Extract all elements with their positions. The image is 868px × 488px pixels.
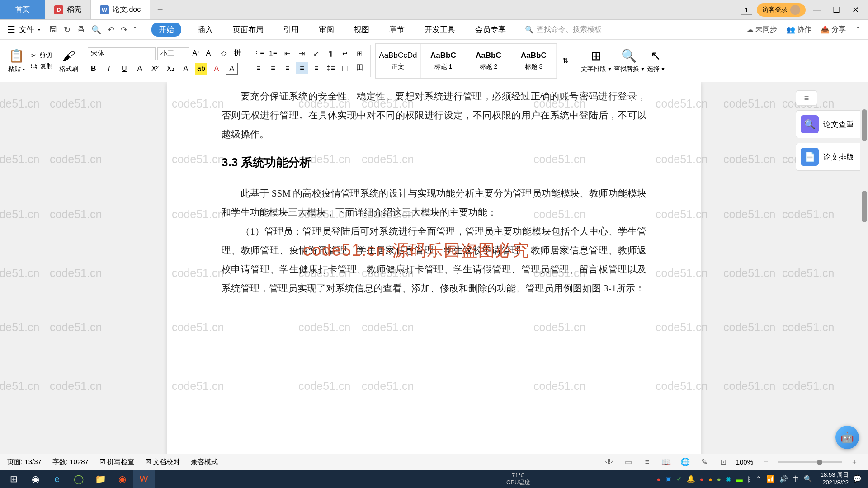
paste-button[interactable]: 📋 粘贴 ▾ bbox=[8, 48, 25, 73]
format-painter-button[interactable]: 🖌 格式刷 bbox=[59, 48, 78, 73]
tray-icon[interactable]: ● bbox=[700, 475, 704, 483]
align-center-button[interactable]: ≡ bbox=[267, 62, 279, 74]
menu-tab-reference[interactable]: 引用 bbox=[280, 23, 302, 37]
document-area[interactable]: 要充分保证系统的安全性、稳定性。要想对系统进行管理，必须经过正确的账号密码进行登… bbox=[0, 82, 868, 470]
vertical-scrollbar[interactable] bbox=[860, 82, 868, 470]
menu-tab-review[interactable]: 审阅 bbox=[315, 23, 338, 37]
zoom-out-button[interactable]: − bbox=[760, 456, 772, 469]
task-browser[interactable]: ◯ bbox=[68, 470, 90, 488]
mark-button[interactable]: ↵ bbox=[340, 48, 351, 60]
tray-action-center-icon[interactable]: 💬 bbox=[853, 475, 862, 483]
tray-icon[interactable]: ▬ bbox=[736, 475, 743, 483]
scroll-thumb[interactable] bbox=[862, 109, 867, 141]
phonetic-icon[interactable]: 拼 bbox=[231, 47, 243, 59]
copy-button[interactable]: ⿻复制 bbox=[31, 62, 53, 70]
paper-check-button[interactable]: 🔍 论文查重 bbox=[796, 110, 863, 138]
text-layout-button[interactable]: ⊞文字排版 ▾ bbox=[581, 48, 611, 73]
assistant-float-button[interactable]: 🤖 bbox=[835, 426, 859, 449]
page-counter[interactable]: 页面: 13/37 bbox=[7, 458, 42, 466]
highlight-button[interactable]: ab bbox=[195, 63, 207, 75]
tray-wifi-icon[interactable]: 📶 bbox=[766, 475, 775, 483]
coop-button[interactable]: 👥协作 bbox=[786, 25, 811, 34]
preview-icon[interactable]: 🔍 bbox=[91, 25, 101, 35]
undo-icon[interactable]: ↶ bbox=[108, 25, 114, 35]
tab-home[interactable]: 首页 bbox=[0, 0, 45, 19]
task-app[interactable]: ◉ bbox=[111, 470, 133, 488]
sort-button[interactable]: ⤢ bbox=[311, 48, 322, 60]
menu-tab-member[interactable]: 会员专享 bbox=[472, 23, 509, 37]
tray-icon[interactable]: ● bbox=[657, 475, 661, 483]
text-effect-button[interactable]: A bbox=[180, 63, 192, 75]
view-web-icon[interactable]: 🌐 bbox=[679, 456, 692, 469]
tab-char-button[interactable]: ¶ bbox=[325, 48, 337, 60]
select-button[interactable]: ↖选择 ▾ bbox=[647, 48, 665, 73]
tray-chevron-icon[interactable]: ⌃ bbox=[756, 475, 762, 483]
clear-button[interactable]: ⊞ bbox=[354, 48, 366, 60]
shading-button[interactable]: ◫ bbox=[340, 62, 351, 74]
underline-button[interactable]: U bbox=[118, 63, 130, 75]
print-icon[interactable]: ↻ bbox=[64, 25, 71, 35]
doccheck-toggle[interactable]: ☒ 文档校对 bbox=[145, 458, 180, 466]
line-spacing-button[interactable]: ‡≡ bbox=[325, 62, 337, 74]
paper-layout-button[interactable]: 📄 论文排版 bbox=[796, 143, 863, 171]
strikethrough-button[interactable]: A bbox=[134, 63, 146, 75]
redo-icon[interactable]: ↷ bbox=[121, 25, 127, 35]
eye-icon[interactable]: 👁 bbox=[603, 456, 616, 469]
tray-icon[interactable]: ▣ bbox=[665, 475, 672, 483]
maximize-button[interactable]: ☐ bbox=[829, 3, 844, 17]
task-wps[interactable]: W bbox=[133, 470, 155, 488]
superscript-button[interactable]: X² bbox=[149, 63, 161, 75]
save-icon[interactable]: 🖫 bbox=[49, 25, 57, 35]
view-outline-icon[interactable]: ≡ bbox=[641, 456, 654, 469]
tray-icon[interactable]: ◉ bbox=[726, 475, 731, 483]
font-size-select[interactable] bbox=[157, 47, 189, 60]
style-heading1[interactable]: AaBbC标题 1 bbox=[421, 44, 466, 78]
align-justify-button[interactable]: ≡ bbox=[296, 62, 308, 74]
tray-bluetooth-icon[interactable]: ᛒ bbox=[747, 475, 751, 483]
tab-add-button[interactable]: + bbox=[150, 0, 170, 19]
task-obs[interactable]: ◉ bbox=[24, 470, 46, 488]
bullet-list-button[interactable]: ⋮≡ bbox=[253, 48, 264, 60]
number-list-button[interactable]: 1≡ bbox=[267, 48, 279, 60]
style-heading3[interactable]: AaBbC标题 3 bbox=[511, 44, 557, 78]
cpu-widget[interactable]: 71℃ CPU温度 bbox=[506, 472, 530, 487]
command-search[interactable]: 🔍 查找命令、搜索模板 bbox=[525, 25, 602, 34]
task-explorer[interactable]: 📁 bbox=[90, 470, 111, 488]
style-more-button[interactable]: ⇅ bbox=[560, 55, 571, 67]
zoom-handle[interactable] bbox=[817, 460, 822, 465]
subscript-button[interactable]: X₂ bbox=[165, 63, 176, 75]
view-read-icon[interactable]: 📖 bbox=[660, 456, 673, 469]
print2-icon[interactable]: 🖶 bbox=[77, 25, 85, 35]
decrease-font-icon[interactable]: A⁻ bbox=[204, 47, 216, 59]
view-page-icon[interactable]: ▭ bbox=[622, 456, 635, 469]
quick-dropdown[interactable]: ▾ bbox=[134, 25, 136, 35]
tray-icon[interactable]: ● bbox=[717, 475, 721, 483]
close-button[interactable]: ✕ bbox=[848, 3, 863, 17]
minimize-button[interactable]: — bbox=[810, 3, 825, 17]
zoom-in-button[interactable]: + bbox=[848, 456, 861, 469]
edit-icon[interactable]: ✎ bbox=[698, 456, 711, 469]
char-border-button[interactable]: A bbox=[226, 63, 238, 75]
font-color-button[interactable]: A bbox=[211, 63, 222, 75]
start-button[interactable]: ⊞ bbox=[3, 470, 24, 488]
file-menu[interactable]: ☰ 文件 ▾ bbox=[7, 24, 40, 35]
menu-tab-chapter[interactable]: 章节 bbox=[386, 23, 408, 37]
clear-format-icon[interactable]: ◇ bbox=[218, 47, 230, 59]
tray-search-icon[interactable]: 🔍 bbox=[804, 475, 812, 483]
share-button[interactable]: 📤分享 bbox=[821, 25, 846, 34]
border-button[interactable]: 田 bbox=[354, 62, 366, 74]
login-button[interactable]: 访客登录 bbox=[757, 3, 806, 17]
tray-volume-icon[interactable]: 🔊 bbox=[779, 475, 788, 483]
collapse-ribbon-icon[interactable]: ⌃ bbox=[855, 25, 861, 34]
zoom-slider[interactable] bbox=[778, 461, 842, 463]
cut-button[interactable]: ✂剪切 bbox=[31, 52, 53, 60]
bold-button[interactable]: B bbox=[88, 63, 99, 75]
increase-indent-button[interactable]: ⇥ bbox=[296, 48, 308, 60]
menu-tab-start[interactable]: 开始 bbox=[151, 23, 181, 37]
tray-notification-icon[interactable]: 🔔 bbox=[687, 475, 695, 483]
scroll-thumb[interactable] bbox=[862, 191, 867, 222]
zoom-level[interactable]: 100% bbox=[736, 458, 753, 466]
menu-tab-layout[interactable]: 页面布局 bbox=[229, 23, 267, 37]
sync-status[interactable]: ☁未同步 bbox=[746, 25, 777, 34]
tab-daoke[interactable]: D 稻壳 bbox=[45, 0, 91, 19]
